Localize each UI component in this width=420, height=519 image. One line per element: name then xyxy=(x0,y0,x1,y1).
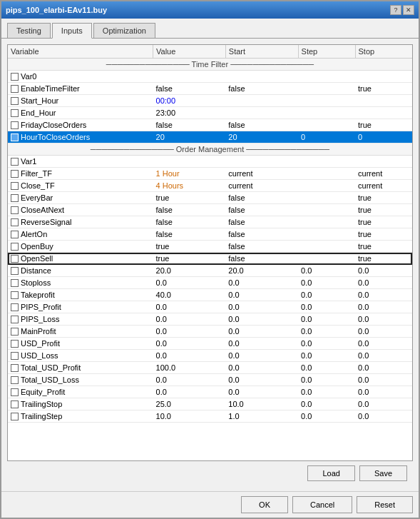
checkbox-enable-time-filter[interactable] xyxy=(11,85,19,93)
checkbox-pips-loss[interactable] xyxy=(11,316,19,323)
table-row[interactable]: OpenBuytruefalsetrue xyxy=(8,241,412,253)
table-row[interactable]: CloseAtNextfalsefalsetrue xyxy=(8,204,412,216)
var-cell-every-bar: EveryBar xyxy=(8,192,153,204)
ok-button[interactable]: OK xyxy=(241,496,288,513)
start-cell-usd-loss: 0.0 xyxy=(225,350,298,362)
checkbox-close-at-next[interactable] xyxy=(11,206,19,214)
table-row[interactable]: MainProfit0.00.00.00.0 xyxy=(8,326,412,338)
table-row[interactable]: Filter_TF1 Hourcurrentcurrent xyxy=(8,168,412,180)
var-cell-reverse-signal: ReverseSignal xyxy=(8,216,153,228)
checkbox-friday-close-orders[interactable] xyxy=(11,121,19,129)
table-row[interactable]: PIPS_Loss0.00.00.00.0 xyxy=(8,313,412,326)
checkbox-total-usd-loss[interactable] xyxy=(11,376,19,384)
tab-testing[interactable]: Testing xyxy=(7,23,51,38)
value-cell-distance: 20.0 xyxy=(153,265,226,277)
checkbox-distance[interactable] xyxy=(11,267,19,275)
table-row[interactable]: Total_USD_Loss0.00.00.00.0 xyxy=(8,374,412,386)
table-row[interactable]: Takeprofit40.00.00.00.0 xyxy=(8,289,412,301)
table-row[interactable]: TrailingStep10.01.00.00.0 xyxy=(8,410,412,423)
checkbox-open-buy[interactable] xyxy=(11,243,19,251)
table-row[interactable]: Stoploss0.00.00.00.0 xyxy=(8,277,412,289)
table-row[interactable]: ─────────────── Time Filter ────────────… xyxy=(8,59,412,71)
checkbox-trailing-step[interactable] xyxy=(11,413,19,420)
tab-optimization[interactable]: Optimization xyxy=(93,23,155,38)
start-cell-pips-loss: 0.0 xyxy=(225,313,298,326)
checkbox-total-usd-profit[interactable] xyxy=(11,364,19,372)
value-cell-total-usd-loss: 0.0 xyxy=(153,374,226,386)
tab-inputs[interactable]: Inputs xyxy=(52,23,92,39)
checkbox-filter-tf[interactable] xyxy=(11,170,19,178)
table-row[interactable]: HourToCloseOrders202000 xyxy=(8,131,412,143)
table-row[interactable]: Start_Hour00:00 xyxy=(8,95,412,107)
table-row[interactable]: USD_Profit0.00.00.00.0 xyxy=(8,338,412,350)
var-cell-total-usd-loss: Total_USD_Loss xyxy=(8,374,153,386)
value-cell-trailing-step: 10.0 xyxy=(153,410,226,423)
checkbox-close-tf[interactable] xyxy=(11,182,19,190)
checkbox-trailing-stop[interactable] xyxy=(11,400,19,408)
stop-cell-usd-profit: 0.0 xyxy=(355,338,412,350)
var-label-filter-tf: Filter_TF xyxy=(21,169,52,178)
stop-cell-equity-profit: 0.0 xyxy=(355,386,412,398)
start-cell-close-tf: current xyxy=(225,180,298,192)
table-row[interactable]: Total_USD_Profit100.00.00.00.0 xyxy=(8,362,412,374)
table-row[interactable]: ─────────────── Order Management ───────… xyxy=(8,143,412,156)
table-row[interactable]: Equity_Profit0.00.00.00.0 xyxy=(8,386,412,398)
var-label-distance: Distance xyxy=(21,266,51,275)
content-area: Variable Value Start Step Stop ─────────… xyxy=(1,39,419,491)
value-cell-filter-tf: 1 Hour xyxy=(153,168,226,180)
table-row[interactable]: Close_TF4 Hourscurrentcurrent xyxy=(8,180,412,192)
table-row[interactable]: ReverseSignalfalsefalsetrue xyxy=(8,216,412,228)
start-cell-var1 xyxy=(225,156,298,168)
checkbox-main-profit[interactable] xyxy=(11,328,19,336)
var-label-pips-loss: PIPS_Loss xyxy=(21,315,59,323)
reset-button[interactable]: Reset xyxy=(357,496,413,513)
cancel-button[interactable]: Cancel xyxy=(292,496,352,513)
checkbox-open-sell[interactable] xyxy=(11,255,19,263)
checkbox-end-hour[interactable] xyxy=(11,109,19,117)
var-cell-end-hour: End_Hour xyxy=(8,107,153,119)
start-cell-total-usd-loss: 0.0 xyxy=(225,374,298,386)
var-label-start-hour: Start_Hour xyxy=(21,96,58,105)
checkbox-var0[interactable] xyxy=(11,73,19,81)
help-button[interactable]: ? xyxy=(390,5,401,15)
table-row[interactable]: Distance20.020.00.00.0 xyxy=(8,265,412,277)
table-row[interactable]: EnableTimeFilterfalsefalsetrue xyxy=(8,83,412,95)
checkbox-reverse-signal[interactable] xyxy=(11,218,19,226)
checkbox-alert-on[interactable] xyxy=(11,231,19,238)
checkbox-stoploss[interactable] xyxy=(11,279,19,287)
table-row[interactable]: OpenSelltruefalsetrue xyxy=(8,253,412,265)
table-row[interactable]: PIPS_Profit0.00.00.00.0 xyxy=(8,301,412,313)
value-cell-stoploss: 0.0 xyxy=(153,277,226,289)
checkbox-equity-profit[interactable] xyxy=(11,388,19,396)
step-cell-usd-profit: 0.0 xyxy=(298,338,355,350)
var-label-usd-profit: USD_Profit xyxy=(21,339,60,348)
inputs-table-container[interactable]: Variable Value Start Step Stop ─────────… xyxy=(7,44,413,461)
stop-cell-enable-time-filter: true xyxy=(355,83,412,95)
checkbox-var1[interactable] xyxy=(11,158,19,166)
table-row[interactable]: EveryBartruefalsetrue xyxy=(8,192,412,204)
table-row[interactable]: FridayCloseOrdersfalsefalsetrue xyxy=(8,119,412,131)
save-button[interactable]: Save xyxy=(359,465,407,481)
header-start: Start xyxy=(225,45,298,59)
checkbox-every-bar[interactable] xyxy=(11,194,19,202)
checkbox-takeprofit[interactable] xyxy=(11,291,19,299)
checkbox-pips-profit[interactable] xyxy=(11,303,19,311)
stop-cell-every-bar: true xyxy=(355,192,412,204)
close-button[interactable]: ✕ xyxy=(403,5,414,15)
header-step: Step xyxy=(298,45,355,59)
checkbox-usd-profit[interactable] xyxy=(11,340,19,348)
table-row[interactable]: End_Hour23:00 xyxy=(8,107,412,119)
checkbox-start-hour[interactable] xyxy=(11,97,19,105)
load-button[interactable]: Load xyxy=(307,465,354,481)
table-row[interactable]: Var1 xyxy=(8,156,412,168)
table-row[interactable]: USD_Loss0.00.00.00.0 xyxy=(8,350,412,362)
table-row[interactable]: AlertOnfalsefalsetrue xyxy=(8,228,412,241)
var-cell-trailing-step: TrailingStep xyxy=(8,410,153,423)
table-row[interactable]: TrailingStop25.010.00.00.0 xyxy=(8,398,412,410)
start-cell-hour-to-close: 20 xyxy=(225,131,298,143)
stop-cell-trailing-stop: 0.0 xyxy=(355,398,412,410)
checkbox-hour-to-close[interactable] xyxy=(11,133,19,141)
step-cell-stoploss: 0.0 xyxy=(298,277,355,289)
checkbox-usd-loss[interactable] xyxy=(11,352,19,360)
table-row[interactable]: Var0 xyxy=(8,71,412,83)
